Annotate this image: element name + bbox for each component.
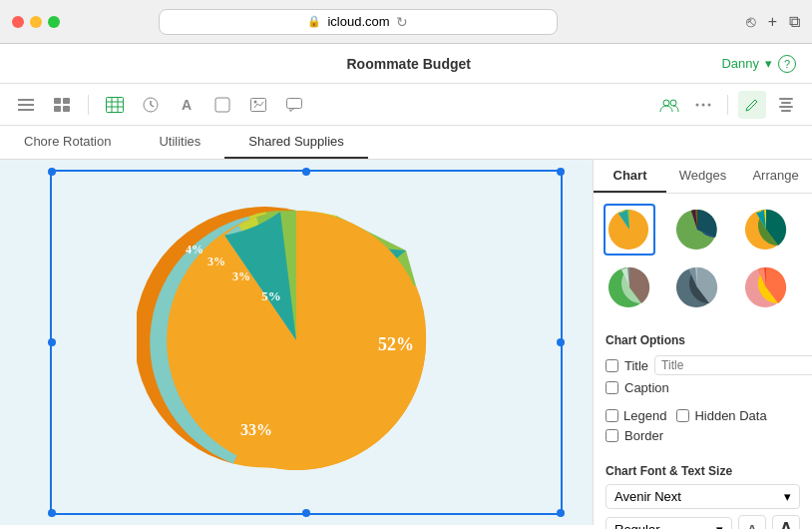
- user-name: Danny: [721, 56, 759, 71]
- toolbar-left: A: [12, 91, 308, 119]
- panel-tab-arrange[interactable]: Arrange: [739, 160, 812, 193]
- font-style: Regular: [614, 522, 660, 530]
- svg-line-14: [151, 105, 154, 107]
- title-label: Title: [624, 358, 648, 373]
- border-checkbox[interactable]: [606, 429, 618, 442]
- toolbar-right: [655, 91, 800, 119]
- svg-text:4%: 4%: [186, 243, 203, 257]
- format-icon[interactable]: [772, 91, 800, 119]
- selection-handle-bl[interactable]: [48, 509, 56, 517]
- shape-icon[interactable]: [208, 91, 236, 119]
- share-icon[interactable]: ⎋: [746, 13, 756, 31]
- address-text: icloud.com: [327, 14, 389, 29]
- new-tab-icon[interactable]: +: [768, 13, 777, 31]
- svg-rect-0: [18, 99, 34, 101]
- caption-checkbox[interactable]: [606, 381, 618, 394]
- browser-right-icons: ⎋ + ⧉: [746, 13, 800, 31]
- legend-checkbox[interactable]: [606, 409, 618, 422]
- toolbar: A: [0, 84, 812, 126]
- svg-rect-3: [54, 98, 61, 104]
- selection-handle-bm[interactable]: [302, 509, 310, 517]
- svg-rect-7: [107, 97, 124, 112]
- panel-tab-chart[interactable]: Chart: [594, 160, 666, 193]
- selection-handle-br[interactable]: [557, 509, 565, 517]
- title-checkbox[interactable]: [606, 359, 618, 372]
- selection-handle-tm[interactable]: [302, 168, 310, 176]
- table-icon[interactable]: [101, 91, 129, 119]
- tabs-icon[interactable]: ⧉: [789, 13, 800, 31]
- selection-handle-rm[interactable]: [557, 338, 565, 346]
- svg-text:33%: 33%: [240, 421, 272, 438]
- more-icon[interactable]: [689, 91, 717, 119]
- panel-tabs: Chart Wedges Arrange: [594, 160, 812, 194]
- pie-preset-1[interactable]: [604, 204, 655, 256]
- svg-text:5%: 5%: [261, 288, 281, 303]
- user-chevron-icon[interactable]: ▾: [765, 56, 772, 71]
- pie-style-presets: [594, 194, 812, 323]
- hidden-data-label: Hidden Data: [694, 408, 766, 423]
- svg-rect-2: [18, 109, 34, 111]
- title-option-row: Title: [606, 355, 800, 375]
- text-icon[interactable]: A: [173, 91, 201, 119]
- svg-rect-18: [287, 98, 302, 108]
- minimize-button[interactable]: [30, 16, 42, 28]
- collaborate-icon[interactable]: [655, 91, 683, 119]
- selection-handle-lm[interactable]: [48, 338, 56, 346]
- svg-rect-5: [54, 106, 61, 112]
- font-section: Chart Font & Text Size Avenir Next ▾ Reg…: [594, 458, 812, 529]
- help-icon[interactable]: ?: [778, 55, 796, 73]
- user-area[interactable]: Danny ▾ ?: [721, 55, 796, 73]
- panel-tab-wedges[interactable]: Wedges: [666, 160, 739, 193]
- selection-handle-tl[interactable]: [48, 168, 56, 176]
- close-button[interactable]: [12, 16, 24, 28]
- menu-icon[interactable]: [12, 91, 40, 119]
- main-content: 52% 33% 5% 3% 3% 4% Chart Wedges Arrange: [0, 160, 812, 525]
- pie-preset-3[interactable]: [740, 204, 792, 256]
- svg-rect-15: [215, 98, 229, 112]
- maximize-button[interactable]: [48, 16, 60, 28]
- pie-preset-2[interactable]: [671, 204, 723, 256]
- view-icon[interactable]: [48, 91, 76, 119]
- svg-rect-25: [781, 102, 791, 104]
- app-title: Roommate Budget: [96, 56, 721, 72]
- tab-chore-rotation[interactable]: Chore Rotation: [0, 126, 135, 159]
- title-input[interactable]: [654, 355, 812, 375]
- svg-point-19: [663, 100, 669, 106]
- address-bar[interactable]: 🔒 icloud.com ↻: [159, 9, 558, 35]
- font-name: Avenir Next: [614, 489, 681, 504]
- style-chevron-icon: ▾: [716, 522, 723, 530]
- svg-rect-4: [63, 98, 70, 104]
- toolbar-separator-2: [727, 95, 728, 115]
- pie-preset-5[interactable]: [671, 262, 723, 313]
- media-icon[interactable]: [244, 91, 272, 119]
- pie-chart: 52% 33% 5% 3% 3% 4%: [137, 186, 456, 499]
- font-dropdown[interactable]: Avenir Next ▾: [606, 484, 800, 509]
- refresh-icon[interactable]: ↻: [396, 14, 408, 30]
- chart-options: Chart Options Title Caption Legend Hidde…: [594, 323, 812, 458]
- font-style-dropdown[interactable]: Regular ▾: [606, 517, 732, 530]
- selection-handle-tr[interactable]: [557, 168, 565, 176]
- lock-icon: 🔒: [307, 15, 321, 28]
- font-size-increase-button[interactable]: A: [772, 515, 800, 529]
- tab-utilities[interactable]: Utilities: [135, 126, 224, 159]
- legend-hidden-row: Legend Hidden Data: [606, 408, 800, 423]
- comment-icon[interactable]: [280, 91, 308, 119]
- hidden-data-checkbox[interactable]: [676, 409, 689, 422]
- hidden-data-option: Hidden Data: [676, 408, 766, 423]
- chart-area[interactable]: 52% 33% 5% 3% 3% 4%: [0, 160, 593, 525]
- clock-icon[interactable]: [137, 91, 165, 119]
- tab-shared-supplies[interactable]: Shared Supplies: [224, 126, 367, 159]
- pencil-active-icon[interactable]: [738, 91, 766, 119]
- browser-controls: [12, 16, 60, 28]
- pie-preset-6[interactable]: [740, 262, 792, 313]
- pie-preset-4[interactable]: [604, 262, 655, 313]
- font-size-decrease-button[interactable]: A: [738, 515, 766, 529]
- svg-rect-24: [779, 98, 793, 100]
- legend-label: Legend: [623, 408, 666, 423]
- svg-text:3%: 3%: [207, 255, 225, 268]
- svg-rect-27: [781, 110, 791, 112]
- svg-point-22: [702, 103, 705, 106]
- options-title: Chart Options: [606, 333, 800, 347]
- svg-point-17: [254, 100, 257, 103]
- border-option-row: Border: [606, 428, 800, 443]
